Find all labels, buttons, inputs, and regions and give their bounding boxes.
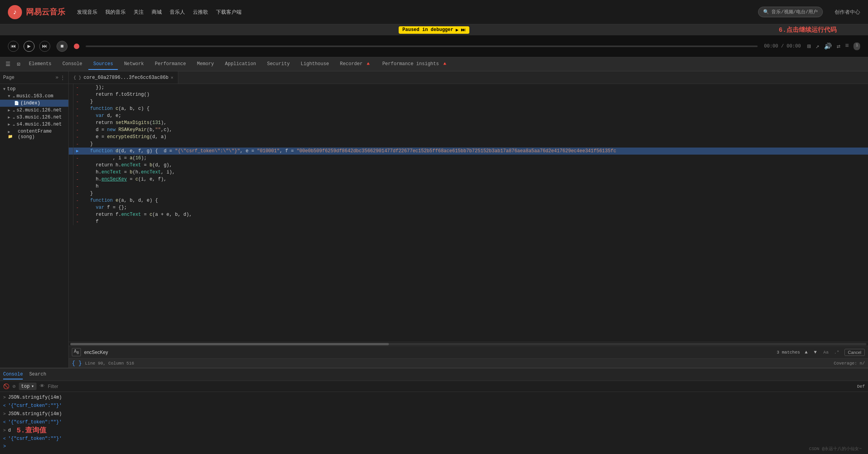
tab-elements[interactable]: Elements — [24, 59, 56, 70]
player-icons: ⊞ ↗ 🔊 ⇄ ≡ 1 — [807, 42, 860, 50]
eye-btn[interactable]: 👁 — [40, 383, 45, 389]
record-dot — [74, 44, 79, 49]
line-gutter — [69, 91, 73, 98]
dropdown-icon: ▾ — [31, 383, 34, 389]
tab-performance-insights[interactable]: Performance insights 🔺 — [377, 58, 452, 70]
filter-input[interactable] — [48, 384, 854, 389]
tab-memory[interactable]: Memory — [192, 59, 219, 70]
line-marker: - — [73, 112, 81, 119]
horizontal-scrollbar[interactable] — [70, 343, 866, 345]
match-case-btn[interactable]: Aa — [821, 349, 830, 356]
line-marker: - — [73, 155, 81, 162]
code-line: - }); — [69, 84, 868, 91]
line-content: } — [81, 98, 868, 105]
navbar: ♪ 网易云音乐 发现音乐 我的音乐 关注 商城 音乐人 云推歌 下载客户端 🔍 … — [0, 0, 868, 24]
tab-security[interactable]: Security — [262, 59, 295, 70]
line-marker: - — [73, 218, 81, 225]
console-line: < '{"csrf_token":""}' — [0, 402, 868, 410]
match-regex-btn[interactable]: .* — [832, 349, 841, 356]
play-button[interactable]: ▶ — [24, 41, 35, 52]
devtools-main: Page » ⋮ ▼ top ▼ ☁ music.163.com — [0, 71, 868, 368]
filter-btn[interactable]: ⊘ — [13, 383, 16, 390]
devtools-dock-icon[interactable]: ⊡ — [15, 60, 22, 68]
prev-button[interactable]: ⏮ — [8, 41, 19, 52]
source-tab-active[interactable]: { } core_60a27896...3fec6cc63ac86b ✕ — [69, 71, 178, 84]
volume-icon[interactable]: 🔊 — [824, 42, 832, 50]
line-gutter — [69, 98, 73, 105]
sidebar-item-music163[interactable]: ▼ ☁ music.163.com — [0, 93, 68, 100]
search-box[interactable]: 🔍 音乐/视频/电台/用户 — [758, 7, 823, 17]
tab-search-bottom[interactable]: Search — [29, 370, 46, 379]
sidebar-item-top[interactable]: ▼ top — [0, 86, 68, 93]
line-gutter — [69, 84, 73, 91]
line-marker: - — [73, 183, 81, 190]
context-selector[interactable]: top ▾ — [19, 383, 37, 390]
close-tab-icon[interactable]: ✕ — [171, 75, 174, 80]
shuffle-icon[interactable]: ⇄ — [837, 42, 841, 50]
search-next-btn[interactable]: ▼ — [812, 349, 818, 356]
next-button[interactable]: ⏭ — [39, 41, 50, 52]
code-container[interactable]: - }); - return f.toString() - } — [69, 84, 868, 342]
output-arrow: < — [3, 402, 6, 409]
resume-icon[interactable]: ▶ — [456, 27, 458, 33]
logo: ♪ 网易云音乐 — [8, 5, 65, 19]
nav-shop[interactable]: 商城 — [152, 9, 162, 16]
code-line: - function e(a, b, d, e) { — [69, 197, 868, 204]
tab-lighthouse[interactable]: Lighthouse — [296, 59, 334, 70]
search-cancel-btn[interactable]: Cancel — [844, 349, 865, 356]
nav-download[interactable]: 下载客户端 — [216, 9, 242, 16]
nav-mymusic[interactable]: 我的音乐 — [105, 9, 126, 16]
nav-recommend[interactable]: 云推歌 — [193, 9, 208, 16]
tab-application[interactable]: Application — [220, 59, 261, 70]
sidebar-item-s2[interactable]: ▶ ☁ s2.music.126.net — [0, 107, 68, 114]
cloud-icon: ▶ ☁ — [8, 122, 15, 127]
author-btn[interactable]: 创作者中心 — [835, 9, 860, 16]
tab-recorder[interactable]: Recorder 🔺 — [335, 58, 376, 70]
console-line: > JSON.stringify(i4m) — [0, 394, 868, 402]
search-prev-btn[interactable]: ▲ — [803, 349, 809, 356]
devtools-tabbar: ☰ ⊡ Elements Console Sources Network Per… — [0, 57, 868, 71]
nav-discover[interactable]: 发现音乐 — [77, 9, 97, 16]
code-line: - function c(a, b, c) { — [69, 105, 868, 112]
sidebar-item-s4[interactable]: ▶ ☁ s4.music.126.net — [0, 121, 68, 128]
tab-console-bottom[interactable]: Console — [3, 370, 23, 379]
step-icon[interactable]: ⏭ — [461, 27, 465, 33]
line-marker: - — [73, 126, 81, 133]
sidebar-more-icon[interactable]: ⋮ — [60, 75, 65, 81]
search-input[interactable] — [84, 350, 773, 355]
line-content: d = new RSAKeyPair(b,"",c), — [81, 126, 868, 133]
line-marker: - — [73, 84, 81, 91]
tab-network[interactable]: Network — [119, 59, 148, 70]
code-line: - f — [69, 218, 868, 225]
line-gutter — [69, 140, 73, 148]
stop-button[interactable]: ■ — [57, 41, 68, 52]
sidebar-item-s3[interactable]: ▶ ☁ s3.music.126.net — [0, 114, 68, 121]
player-bar: ⏮ ▶ ⏭ ■ 00:00 / 00:00 ⊞ ↗ 🔊 ⇄ ≡ 1 — [0, 35, 868, 57]
line-content: return f.encText = c(a + e, b, d), — [81, 211, 868, 218]
line-content: f — [81, 218, 868, 225]
playlist-icon[interactable]: ≡ — [845, 42, 849, 50]
nav-follow[interactable]: 关注 — [134, 9, 144, 16]
sidebar-item-contentframe[interactable]: ▶ 📁 contentFrame (song) — [0, 128, 68, 140]
share-icon[interactable]: ↗ — [816, 42, 820, 50]
clear-console-btn[interactable]: 🚫 — [3, 383, 9, 390]
progress-bar[interactable] — [86, 46, 758, 47]
line-gutter — [69, 148, 73, 155]
sidebar-item-index[interactable]: 📄 (index) — [0, 100, 68, 107]
code-line-highlighted: ▶ function d(d, e, f, g) { d = "{\"csrf_… — [69, 148, 868, 155]
code-line: - return f.encText = c(a + e, b, d), — [69, 211, 868, 218]
status-bar: { } Line 90, Column 516 Coverage: n/ — [69, 358, 868, 368]
tab-console[interactable]: Console — [58, 59, 87, 70]
console-line: < '{"csrf_token":""}' — [0, 435, 868, 443]
console-area: Console Search 🚫 ⊘ top ▾ 👁 Def > JSON.st… — [0, 368, 868, 454]
tab-performance[interactable]: Performance — [150, 59, 190, 70]
line-marker: - — [73, 140, 81, 148]
sidebar-expand-icon[interactable]: » — [55, 75, 59, 81]
source-tab-label: core_60a27896...3fec6cc63ac86b — [84, 75, 168, 80]
tab-sources[interactable]: Sources — [88, 59, 117, 70]
screen-icon[interactable]: ⊞ — [807, 42, 811, 50]
nav-artist[interactable]: 音乐人 — [170, 9, 185, 16]
sidebar-item-label: s4.music.126.net — [16, 122, 62, 127]
devtools-menu-icon[interactable]: ☰ — [3, 60, 13, 68]
line-marker: - — [73, 119, 81, 126]
